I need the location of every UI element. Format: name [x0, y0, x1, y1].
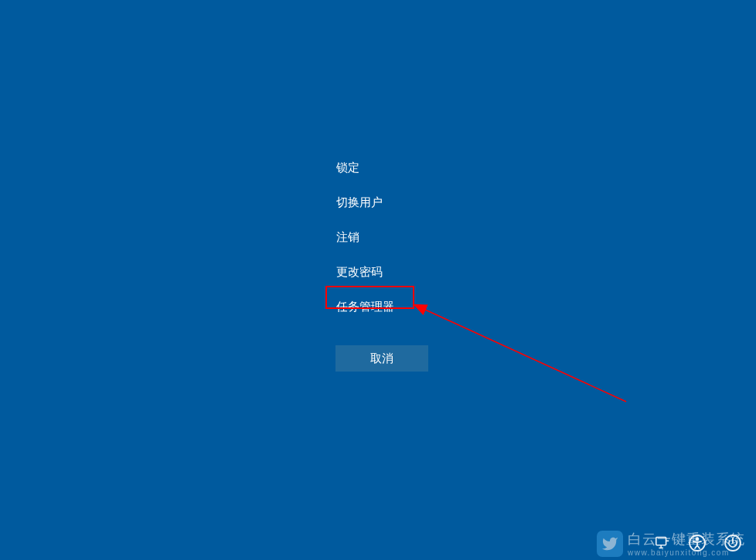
sign-out-option[interactable]: 注销	[336, 220, 394, 255]
arrow-annotation	[410, 300, 634, 408]
svg-point-7	[696, 538, 699, 541]
ease-of-access-icon[interactable]	[688, 534, 707, 552]
svg-line-1	[424, 309, 626, 402]
switch-user-option[interactable]: 切换用户	[336, 185, 394, 220]
lock-option[interactable]: 锁定	[336, 151, 394, 185]
cancel-button[interactable]: 取消	[335, 345, 428, 372]
bottom-toolbar	[654, 534, 742, 552]
network-icon[interactable]	[654, 535, 671, 552]
svg-rect-2	[656, 538, 666, 545]
power-icon[interactable]	[724, 534, 742, 552]
watermark-logo-icon	[597, 531, 623, 557]
task-manager-option[interactable]: 任务管理器	[336, 290, 394, 324]
change-password-option[interactable]: 更改密码	[336, 255, 394, 290]
security-options-menu: 锁定 切换用户 注销 更改密码 任务管理器	[336, 151, 394, 324]
